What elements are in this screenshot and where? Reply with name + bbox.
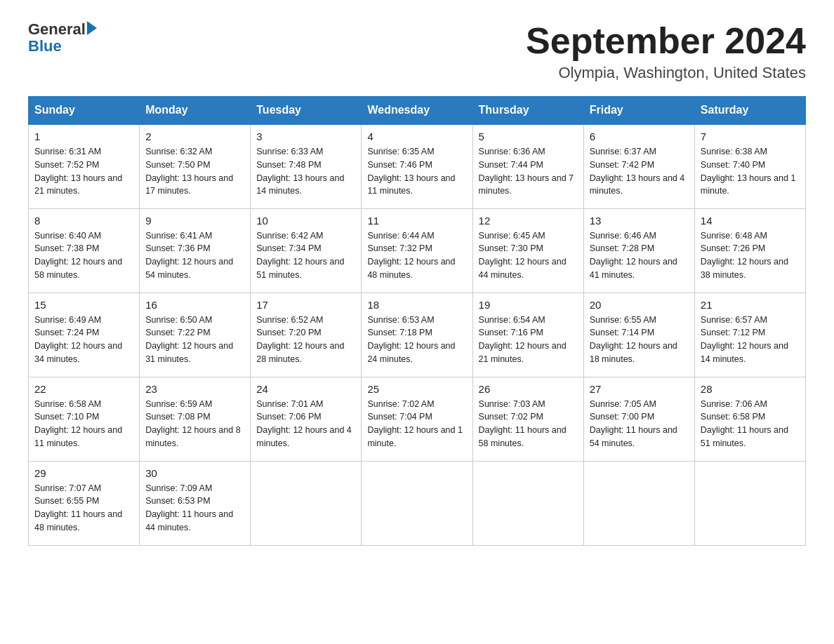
table-row: 24Sunrise: 7:01 AMSunset: 7:06 PMDayligh… bbox=[251, 377, 362, 461]
table-row bbox=[362, 461, 472, 545]
title-area: September 2024 Olympia, Washington, Unit… bbox=[526, 21, 806, 82]
page-header: General Blue September 2024 Olympia, Was… bbox=[28, 21, 806, 82]
day-info: Sunrise: 6:49 AMSunset: 7:24 PMDaylight:… bbox=[34, 314, 133, 366]
table-row: 22Sunrise: 6:58 AMSunset: 7:10 PMDayligh… bbox=[29, 377, 140, 461]
table-row: 15Sunrise: 6:49 AMSunset: 7:24 PMDayligh… bbox=[29, 293, 140, 377]
col-wednesday: Wednesday bbox=[362, 97, 472, 125]
day-info: Sunrise: 6:31 AMSunset: 7:52 PMDaylight:… bbox=[34, 145, 133, 198]
day-info: Sunrise: 6:57 AMSunset: 7:12 PMDaylight:… bbox=[701, 314, 800, 366]
col-sunday: Sunday bbox=[29, 97, 140, 125]
day-number: 23 bbox=[145, 383, 244, 395]
day-number: 8 bbox=[34, 215, 133, 227]
day-number: 17 bbox=[256, 299, 355, 311]
day-info: Sunrise: 6:45 AMSunset: 7:30 PMDaylight:… bbox=[479, 229, 578, 282]
day-info: Sunrise: 7:09 AMSunset: 6:53 PMDaylight:… bbox=[145, 482, 244, 535]
day-number: 14 bbox=[701, 215, 800, 227]
day-number: 19 bbox=[479, 299, 578, 311]
col-friday: Friday bbox=[583, 97, 694, 125]
day-info: Sunrise: 6:59 AMSunset: 7:08 PMDaylight:… bbox=[145, 398, 244, 450]
day-info: Sunrise: 7:07 AMSunset: 6:55 PMDaylight:… bbox=[34, 482, 133, 535]
day-number: 28 bbox=[701, 383, 800, 395]
table-row: 28Sunrise: 7:06 AMSunset: 6:58 PMDayligh… bbox=[694, 377, 805, 461]
logo-general-text: General bbox=[28, 21, 86, 38]
calendar-week-row: 29Sunrise: 7:07 AMSunset: 6:55 PMDayligh… bbox=[29, 461, 806, 545]
day-number: 21 bbox=[701, 299, 800, 311]
table-row: 5Sunrise: 6:36 AMSunset: 7:44 PMDaylight… bbox=[472, 124, 583, 208]
table-row: 23Sunrise: 6:59 AMSunset: 7:08 PMDayligh… bbox=[140, 377, 251, 461]
day-info: Sunrise: 6:41 AMSunset: 7:36 PMDaylight:… bbox=[145, 229, 244, 282]
calendar-header-row: Sunday Monday Tuesday Wednesday Thursday… bbox=[29, 97, 806, 125]
calendar-week-row: 1Sunrise: 6:31 AMSunset: 7:52 PMDaylight… bbox=[29, 124, 806, 208]
day-info: Sunrise: 7:05 AMSunset: 7:00 PMDaylight:… bbox=[590, 398, 689, 450]
table-row bbox=[583, 461, 694, 545]
table-row: 26Sunrise: 7:03 AMSunset: 7:02 PMDayligh… bbox=[472, 377, 583, 461]
calendar-table: Sunday Monday Tuesday Wednesday Thursday… bbox=[28, 96, 806, 546]
table-row: 9Sunrise: 6:41 AMSunset: 7:36 PMDaylight… bbox=[140, 208, 251, 293]
table-row: 4Sunrise: 6:35 AMSunset: 7:46 PMDaylight… bbox=[362, 124, 472, 208]
table-row: 10Sunrise: 6:42 AMSunset: 7:34 PMDayligh… bbox=[251, 208, 362, 293]
day-info: Sunrise: 6:52 AMSunset: 7:20 PMDaylight:… bbox=[256, 314, 355, 366]
day-number: 15 bbox=[34, 299, 133, 311]
day-number: 3 bbox=[256, 130, 355, 142]
day-info: Sunrise: 6:42 AMSunset: 7:34 PMDaylight:… bbox=[256, 229, 355, 282]
table-row: 14Sunrise: 6:48 AMSunset: 7:26 PMDayligh… bbox=[694, 208, 805, 293]
day-info: Sunrise: 6:38 AMSunset: 7:40 PMDaylight:… bbox=[701, 145, 800, 198]
col-saturday: Saturday bbox=[694, 97, 805, 125]
day-number: 2 bbox=[145, 130, 244, 142]
table-row: 20Sunrise: 6:55 AMSunset: 7:14 PMDayligh… bbox=[583, 293, 694, 377]
table-row: 3Sunrise: 6:33 AMSunset: 7:48 PMDaylight… bbox=[251, 124, 362, 208]
col-thursday: Thursday bbox=[472, 97, 583, 125]
table-row: 29Sunrise: 7:07 AMSunset: 6:55 PMDayligh… bbox=[29, 461, 140, 545]
day-info: Sunrise: 6:40 AMSunset: 7:38 PMDaylight:… bbox=[34, 229, 133, 282]
day-number: 25 bbox=[367, 383, 466, 395]
table-row: 30Sunrise: 7:09 AMSunset: 6:53 PMDayligh… bbox=[140, 461, 251, 545]
col-tuesday: Tuesday bbox=[251, 97, 362, 125]
day-info: Sunrise: 6:55 AMSunset: 7:14 PMDaylight:… bbox=[590, 314, 689, 366]
day-number: 11 bbox=[367, 215, 466, 227]
logo-blue-text: Blue bbox=[28, 38, 97, 55]
day-info: Sunrise: 6:53 AMSunset: 7:18 PMDaylight:… bbox=[367, 314, 466, 366]
day-info: Sunrise: 7:02 AMSunset: 7:04 PMDaylight:… bbox=[367, 398, 466, 450]
table-row: 11Sunrise: 6:44 AMSunset: 7:32 PMDayligh… bbox=[362, 208, 472, 293]
day-number: 22 bbox=[34, 383, 133, 395]
day-number: 12 bbox=[479, 215, 578, 227]
calendar-week-row: 15Sunrise: 6:49 AMSunset: 7:24 PMDayligh… bbox=[29, 293, 806, 377]
day-number: 18 bbox=[367, 299, 466, 311]
table-row: 19Sunrise: 6:54 AMSunset: 7:16 PMDayligh… bbox=[472, 293, 583, 377]
table-row: 17Sunrise: 6:52 AMSunset: 7:20 PMDayligh… bbox=[251, 293, 362, 377]
table-row: 18Sunrise: 6:53 AMSunset: 7:18 PMDayligh… bbox=[362, 293, 472, 377]
day-number: 9 bbox=[145, 215, 244, 227]
day-number: 5 bbox=[479, 130, 578, 142]
day-number: 7 bbox=[701, 130, 800, 142]
calendar-week-row: 22Sunrise: 6:58 AMSunset: 7:10 PMDayligh… bbox=[29, 377, 806, 461]
table-row: 21Sunrise: 6:57 AMSunset: 7:12 PMDayligh… bbox=[694, 293, 805, 377]
day-number: 29 bbox=[34, 467, 133, 479]
day-number: 30 bbox=[145, 467, 244, 479]
calendar-week-row: 8Sunrise: 6:40 AMSunset: 7:38 PMDaylight… bbox=[29, 208, 806, 293]
day-info: Sunrise: 6:50 AMSunset: 7:22 PMDaylight:… bbox=[145, 314, 244, 366]
day-info: Sunrise: 7:03 AMSunset: 7:02 PMDaylight:… bbox=[479, 398, 578, 450]
day-number: 27 bbox=[590, 383, 689, 395]
day-number: 20 bbox=[590, 299, 689, 311]
day-info: Sunrise: 6:32 AMSunset: 7:50 PMDaylight:… bbox=[145, 145, 244, 198]
table-row bbox=[472, 461, 583, 545]
col-monday: Monday bbox=[140, 97, 251, 125]
day-info: Sunrise: 6:46 AMSunset: 7:28 PMDaylight:… bbox=[590, 229, 689, 282]
table-row: 12Sunrise: 6:45 AMSunset: 7:30 PMDayligh… bbox=[472, 208, 583, 293]
day-number: 10 bbox=[256, 215, 355, 227]
day-info: Sunrise: 6:54 AMSunset: 7:16 PMDaylight:… bbox=[479, 314, 578, 366]
logo-arrow-icon bbox=[87, 21, 97, 35]
day-info: Sunrise: 6:35 AMSunset: 7:46 PMDaylight:… bbox=[367, 145, 466, 198]
day-number: 13 bbox=[590, 215, 689, 227]
table-row: 7Sunrise: 6:38 AMSunset: 7:40 PMDaylight… bbox=[694, 124, 805, 208]
table-row: 25Sunrise: 7:02 AMSunset: 7:04 PMDayligh… bbox=[362, 377, 472, 461]
table-row: 1Sunrise: 6:31 AMSunset: 7:52 PMDaylight… bbox=[29, 124, 140, 208]
table-row: 8Sunrise: 6:40 AMSunset: 7:38 PMDaylight… bbox=[29, 208, 140, 293]
day-info: Sunrise: 6:36 AMSunset: 7:44 PMDaylight:… bbox=[479, 145, 578, 198]
table-row: 6Sunrise: 6:37 AMSunset: 7:42 PMDaylight… bbox=[583, 124, 694, 208]
day-number: 16 bbox=[145, 299, 244, 311]
day-info: Sunrise: 6:58 AMSunset: 7:10 PMDaylight:… bbox=[34, 398, 133, 450]
location-title: Olympia, Washington, United States bbox=[526, 64, 806, 82]
table-row: 16Sunrise: 6:50 AMSunset: 7:22 PMDayligh… bbox=[140, 293, 251, 377]
day-info: Sunrise: 6:48 AMSunset: 7:26 PMDaylight:… bbox=[701, 229, 800, 282]
